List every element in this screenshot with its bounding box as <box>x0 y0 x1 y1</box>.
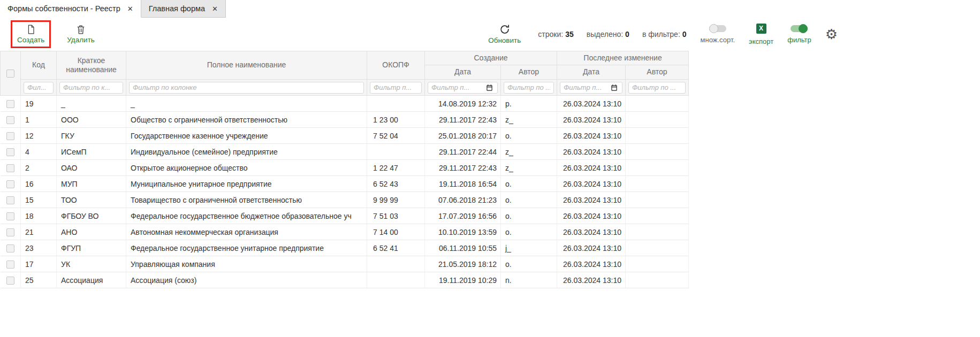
cell-code: 1 <box>21 112 57 128</box>
create-button[interactable]: Создать <box>14 23 48 45</box>
calendar-icon[interactable] <box>486 84 493 91</box>
cell-full-name: Управляющая компания <box>126 256 367 272</box>
table-row[interactable]: 19 _ _ 14.08.2019 12:32 p. 26.03.2024 13… <box>1 96 689 112</box>
row-checkbox[interactable] <box>6 261 14 269</box>
cell-create-author: o. <box>501 128 557 144</box>
row-checkbox[interactable] <box>6 164 14 172</box>
row-checkbox-cell <box>1 272 21 288</box>
table-row[interactable]: 18 ФГБОУ ВО Федеральное государственное … <box>1 208 689 224</box>
column-header-create-author[interactable]: Автор <box>501 65 557 80</box>
full-name-filter-input[interactable] <box>129 82 364 94</box>
cell-code: 21 <box>21 224 57 240</box>
create-author-filter-input[interactable] <box>504 82 554 94</box>
cell-code: 25 <box>21 272 57 288</box>
delete-button-label: Удалить <box>67 36 95 44</box>
cell-okopf: 7 14 00 <box>367 224 425 240</box>
cell-change-author <box>626 96 689 112</box>
row-checkbox[interactable] <box>6 148 14 156</box>
row-checkbox[interactable] <box>6 180 14 188</box>
cell-short-name: ТОО <box>57 192 126 208</box>
close-icon[interactable]: ✕ <box>212 5 218 12</box>
row-checkbox[interactable] <box>6 244 14 252</box>
filter-switch[interactable] <box>791 25 808 32</box>
cell-short-name: ФГБОУ ВО <box>57 208 126 224</box>
cell-create-author: o. <box>501 176 557 192</box>
create-button-label: Создать <box>17 36 44 44</box>
column-header-full-name[interactable]: Полное наименование <box>126 51 367 80</box>
cell-full-name: _ <box>126 96 367 112</box>
table-row[interactable]: 17 УК Управляющая компания 21.05.2019 18… <box>1 256 689 272</box>
row-checkbox[interactable] <box>6 277 14 285</box>
table-row[interactable]: 1 ООО Общество с ограниченной ответствен… <box>1 112 689 128</box>
table-row[interactable]: 25 Ассоциация Ассоциация (союз) 19.11.20… <box>1 272 689 288</box>
cell-create-date: 25.01.2018 20:17 <box>425 128 501 144</box>
calendar-icon[interactable] <box>611 84 618 91</box>
okopf-filter-input[interactable] <box>370 82 422 94</box>
column-header-change-date[interactable]: Дата <box>557 65 626 80</box>
table-row[interactable]: 2 ОАО Открытое акционерное общество 1 22… <box>1 160 689 176</box>
toggle-knob <box>709 24 718 33</box>
table-row[interactable]: 4 ИСемП Индивидуальное (семейное) предпр… <box>1 144 689 160</box>
cell-change-date: 26.03.2024 13:10 <box>557 224 626 240</box>
row-checkbox-cell <box>1 160 21 176</box>
table-row[interactable]: 15 ТОО Товарищество с ограниченной ответ… <box>1 192 689 208</box>
table-row[interactable]: 12 ГКУ Государственное казенное учрежден… <box>1 128 689 144</box>
toggle-knob <box>799 24 808 33</box>
cell-short-name: _ <box>57 96 126 112</box>
filter-cell-change-author <box>626 80 689 96</box>
code-filter-input[interactable] <box>24 82 54 94</box>
column-header-okopf[interactable]: ОКОПФ <box>367 51 425 80</box>
row-checkbox[interactable] <box>6 100 14 108</box>
multisort-switch[interactable] <box>709 25 726 32</box>
short-name-filter-input[interactable] <box>59 82 123 94</box>
cell-okopf: 9 99 99 <box>367 192 425 208</box>
row-checkbox[interactable] <box>6 212 14 220</box>
cell-code: 12 <box>21 128 57 144</box>
change-author-filter-input[interactable] <box>628 82 686 94</box>
trash-icon <box>75 24 86 35</box>
cell-code: 19 <box>21 96 57 112</box>
column-header-change-author[interactable]: Автор <box>626 65 689 80</box>
row-checkbox[interactable] <box>6 196 14 204</box>
multisort-toggle[interactable]: множ.сорт. <box>701 25 735 44</box>
cell-code: 2 <box>21 160 57 176</box>
column-header-code[interactable]: Код <box>21 51 57 80</box>
table-row[interactable]: 21 АНО Автономная некоммерческая организ… <box>1 224 689 240</box>
select-all-checkbox[interactable] <box>6 70 14 78</box>
cell-create-date: 29.11.2017 22:44 <box>425 144 501 160</box>
cell-code: 23 <box>21 240 57 256</box>
cell-full-name: Товарищество с ограниченной ответственно… <box>126 192 367 208</box>
column-header-short-name[interactable]: Краткое наименование <box>57 51 126 80</box>
row-checkbox-cell <box>1 112 21 128</box>
filter-toggle[interactable]: фильтр <box>787 25 811 44</box>
delete-button[interactable]: Удалить <box>64 23 98 45</box>
cell-okopf: 1 23 00 <box>367 112 425 128</box>
cell-code: 15 <box>21 192 57 208</box>
table-row[interactable]: 16 МУП Муниципальное унитарное предприят… <box>1 176 689 192</box>
row-checkbox[interactable] <box>6 132 14 140</box>
row-checkbox-cell <box>1 176 21 192</box>
tab-main-form[interactable]: Главная форма ✕ <box>141 0 226 18</box>
row-checkbox[interactable] <box>6 228 14 236</box>
toolbar-right-group: Обновить строки:35 выделено:0 в фильтре:… <box>485 22 838 46</box>
refresh-button[interactable]: Обновить <box>485 22 524 46</box>
close-icon[interactable]: ✕ <box>127 5 133 12</box>
cell-create-author: z_ <box>501 112 557 128</box>
cell-create-author: o. <box>501 208 557 224</box>
row-checkbox[interactable] <box>6 116 14 124</box>
table-row[interactable]: 23 ФГУП Федеральное государственное унит… <box>1 240 689 256</box>
cell-create-author: p. <box>501 96 557 112</box>
tab-forms-registry[interactable]: Формы собственности - Реестр ✕ <box>0 0 141 18</box>
cell-short-name: ФГУП <box>57 240 126 256</box>
cell-create-date: 17.07.2019 16:56 <box>425 208 501 224</box>
export-button[interactable]: X экспорт <box>749 24 773 45</box>
cell-create-date: 07.06.2018 21:23 <box>425 192 501 208</box>
row-checkbox-cell <box>1 96 21 112</box>
rows-count: строки:35 <box>538 30 573 39</box>
cell-change-author <box>626 208 689 224</box>
group-header-last-change: Последнее изменение <box>557 51 689 65</box>
column-header-create-date[interactable]: Дата <box>425 65 501 80</box>
app-window: Формы собственности - Реестр ✕ Главная ф… <box>0 0 980 337</box>
settings-gear-icon[interactable]: ⚙ <box>825 27 838 41</box>
cell-change-date: 26.03.2024 13:10 <box>557 144 626 160</box>
